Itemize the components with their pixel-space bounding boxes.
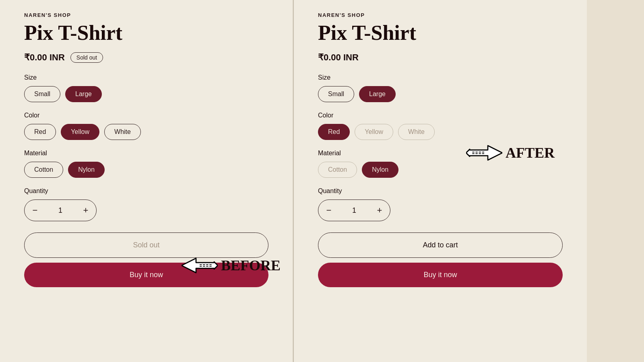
right-qty-plus[interactable]: +	[369, 200, 390, 221]
right-shop-name: NAREN'S SHOP	[318, 12, 563, 18]
right-panel: NAREN'S SHOP Pix T-Shirt ₹0.00 INR Size …	[294, 0, 587, 362]
left-shop-name: NAREN'S SHOP	[24, 12, 268, 18]
after-annotation: AFTER	[466, 141, 555, 165]
before-text: BEFORE	[221, 257, 281, 274]
left-material-options: Cotton Nylon	[24, 162, 268, 178]
left-material-nylon[interactable]: Nylon	[68, 162, 105, 178]
left-color-white[interactable]: White	[104, 124, 141, 140]
right-price: ₹0.00 INR	[318, 52, 359, 63]
svg-marker-3	[466, 146, 502, 160]
left-size-small[interactable]: Small	[24, 86, 60, 102]
left-quantity-section: Quantity − 1 +	[24, 187, 268, 221]
right-quantity-label: Quantity	[318, 187, 563, 195]
right-product-title: Pix T-Shirt	[318, 21, 563, 44]
right-material-cotton[interactable]: Cotton	[318, 162, 357, 178]
left-size-label: Size	[24, 74, 268, 81]
left-material-label: Material	[24, 150, 268, 157]
right-color-options: Red Yellow White	[318, 124, 563, 140]
right-size-small[interactable]: Small	[318, 86, 354, 102]
left-color-options: Red Yellow White	[24, 124, 268, 140]
left-price: ₹0.00 INR	[24, 52, 65, 63]
left-price-row: ₹0.00 INR Sold out	[24, 52, 268, 63]
left-color-yellow[interactable]: Yellow	[61, 124, 99, 140]
right-size-large[interactable]: Large	[359, 86, 396, 102]
right-btn-add-to-cart[interactable]: Add to cart	[318, 232, 563, 258]
after-text: AFTER	[506, 144, 555, 161]
left-size-large[interactable]: Large	[65, 86, 102, 102]
left-color-label: Color	[24, 112, 268, 119]
right-material-nylon[interactable]: Nylon	[362, 162, 398, 178]
left-size-options: Small Large	[24, 86, 268, 102]
right-qty-value: 1	[339, 206, 369, 215]
left-quantity-control: − 1 +	[24, 200, 97, 221]
before-annotation: BEFORE	[182, 253, 281, 278]
right-btn-buy-now[interactable]: Buy it now	[318, 263, 563, 287]
left-material-cotton[interactable]: Cotton	[24, 162, 63, 178]
right-qty-minus[interactable]: −	[318, 200, 339, 221]
left-qty-plus[interactable]: +	[75, 200, 96, 221]
left-quantity-label: Quantity	[24, 187, 268, 195]
left-panel: NAREN'S SHOP Pix T-Shirt ₹0.00 INR Sold …	[0, 0, 293, 362]
right-color-yellow[interactable]: Yellow	[355, 124, 393, 140]
left-sold-out-badge: Sold out	[70, 52, 103, 63]
after-arrow-icon	[466, 141, 502, 165]
right-size-options: Small Large	[318, 86, 563, 102]
right-price-row: ₹0.00 INR	[318, 52, 563, 63]
right-size-label: Size	[318, 74, 563, 81]
right-quantity-section: Quantity − 1 +	[318, 187, 563, 221]
left-color-red[interactable]: Red	[24, 124, 56, 140]
svg-marker-0	[182, 258, 218, 273]
right-color-red[interactable]: Red	[318, 124, 350, 140]
left-qty-value: 1	[45, 206, 75, 215]
right-quantity-control: − 1 +	[318, 200, 390, 221]
before-arrow-icon	[182, 253, 218, 278]
right-color-white[interactable]: White	[398, 124, 435, 140]
left-product-title: Pix T-Shirt	[24, 21, 268, 44]
left-qty-minus[interactable]: −	[25, 200, 45, 221]
right-color-label: Color	[318, 112, 563, 119]
right-action-buttons: Add to cart Buy it now	[318, 232, 563, 287]
